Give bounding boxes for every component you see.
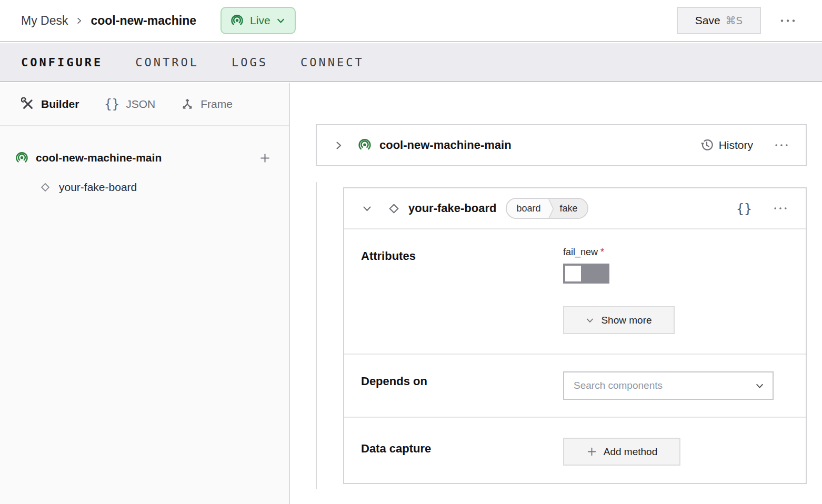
depends-on-select[interactable]: Search components <box>563 371 774 400</box>
show-more-button[interactable]: Show more <box>563 306 675 334</box>
frame-axes-icon <box>181 97 194 111</box>
tab-logs[interactable]: LOGS <box>232 56 268 69</box>
depends-on-placeholder: Search components <box>574 380 663 391</box>
ellipsis-icon <box>773 206 788 210</box>
configure-sidebar: Builder {} JSON Frame <box>0 83 290 504</box>
chevron-down-icon <box>755 381 764 390</box>
view-mode-switcher: Builder {} JSON Frame <box>0 83 289 126</box>
save-shortcut: ⌘S <box>726 14 743 27</box>
save-button[interactable]: Save ⌘S <box>677 7 761 34</box>
breadcrumb: My Desk cool-new-machine <box>21 14 196 28</box>
mode-builder-label: Builder <box>41 98 79 110</box>
add-method-button[interactable]: Add method <box>563 438 680 466</box>
breadcrumb-separator-icon <box>75 17 83 25</box>
chevron-down-icon <box>362 204 372 214</box>
part-card-overflow-menu-button[interactable] <box>771 140 792 150</box>
tree-item-machine-part-label: cool-new-machine-main <box>36 152 162 164</box>
configure-main-panel: cool-new-machine-main History <box>290 83 822 504</box>
component-overflow-menu-button[interactable] <box>770 203 791 214</box>
data-capture-section: Data capture Add method <box>344 418 806 483</box>
history-label: History <box>719 139 753 152</box>
component-card-title: your-fake-board <box>408 201 496 215</box>
add-component-button[interactable] <box>256 149 274 167</box>
tab-control[interactable]: CONTROL <box>135 56 199 69</box>
part-card-actions: History <box>700 138 792 152</box>
component-diamond-icon <box>39 181 52 194</box>
depends-on-section: Depends on Search components <box>344 355 806 418</box>
machine-part-card: cool-new-machine-main History <box>316 124 807 166</box>
required-asterisk: * <box>600 247 604 257</box>
mode-json[interactable]: {} JSON <box>104 97 155 112</box>
breadcrumb-machine-name: cool-new-machine <box>91 14 196 28</box>
chevron-down-icon <box>276 16 285 25</box>
ellipsis-icon <box>780 18 796 23</box>
chevron-right-icon <box>334 140 344 150</box>
history-button[interactable]: History <box>700 138 753 152</box>
component-card-collapse-button[interactable] <box>359 200 375 217</box>
badge-type: board <box>507 199 546 218</box>
top-header: My Desk cool-new-machine Live Save <box>0 0 822 42</box>
mode-json-label: JSON <box>126 98 155 110</box>
machine-status-dropdown[interactable]: Live <box>220 7 296 34</box>
braces-icon: {} <box>104 97 119 112</box>
machine-part-icon <box>357 138 372 153</box>
tree-item-machine-part[interactable]: cool-new-machine-main <box>0 143 289 173</box>
attribute-field-fail-new: fail_new* <box>563 247 609 284</box>
tools-icon <box>21 97 35 111</box>
machine-part-icon <box>15 151 29 165</box>
viam-machine-config-page: My Desk cool-new-machine Live Save <box>0 0 822 504</box>
breadcrumb-my-desk-link[interactable]: My Desk <box>21 14 68 28</box>
tab-configure[interactable]: CONFIGURE <box>21 56 103 69</box>
plus-icon <box>259 152 271 164</box>
header-actions: Save ⌘S <box>677 7 799 34</box>
save-label: Save <box>695 14 720 27</box>
part-card-expand-button[interactable] <box>330 137 347 154</box>
show-more-label: Show more <box>601 315 651 326</box>
mode-builder[interactable]: Builder <box>21 97 79 111</box>
component-tree: cool-new-machine-main your-fake-board <box>0 126 289 202</box>
mode-frame[interactable]: Frame <box>181 97 233 111</box>
tree-item-your-fake-board-label: your-fake-board <box>59 181 137 194</box>
component-json-toggle-button[interactable]: {} <box>734 199 754 218</box>
plus-icon <box>586 446 597 457</box>
ellipsis-icon <box>774 143 789 147</box>
tree-connector-line <box>316 182 317 489</box>
header-overflow-menu-button[interactable] <box>777 15 799 26</box>
badge-model: fake <box>555 199 587 218</box>
component-type-badge: board fake <box>506 198 588 219</box>
attribute-name: fail_new <box>563 247 598 257</box>
part-card-title: cool-new-machine-main <box>379 138 512 152</box>
chevron-down-icon <box>586 316 594 325</box>
toggle-knob <box>565 266 581 281</box>
mode-frame-label: Frame <box>201 98 233 110</box>
fail-new-toggle[interactable] <box>563 264 609 284</box>
tree-item-your-fake-board[interactable]: your-fake-board <box>0 173 289 202</box>
component-diamond-icon <box>387 201 401 216</box>
component-card-header: your-fake-board board fake {} <box>344 188 806 229</box>
machine-status-label: Live <box>250 14 270 27</box>
component-card-actions: {} <box>734 199 791 218</box>
add-method-label: Add method <box>604 446 657 458</box>
badge-divider-icon <box>546 199 555 218</box>
attributes-section: Attributes fail_new* Show more <box>344 229 806 355</box>
history-icon <box>700 138 714 152</box>
machine-tabbar: CONFIGURE CONTROL LOGS CONNECT <box>0 43 822 82</box>
machine-live-icon <box>230 14 244 28</box>
component-card: your-fake-board board fake {} <box>343 187 807 484</box>
tab-connect[interactable]: CONNECT <box>300 56 364 69</box>
